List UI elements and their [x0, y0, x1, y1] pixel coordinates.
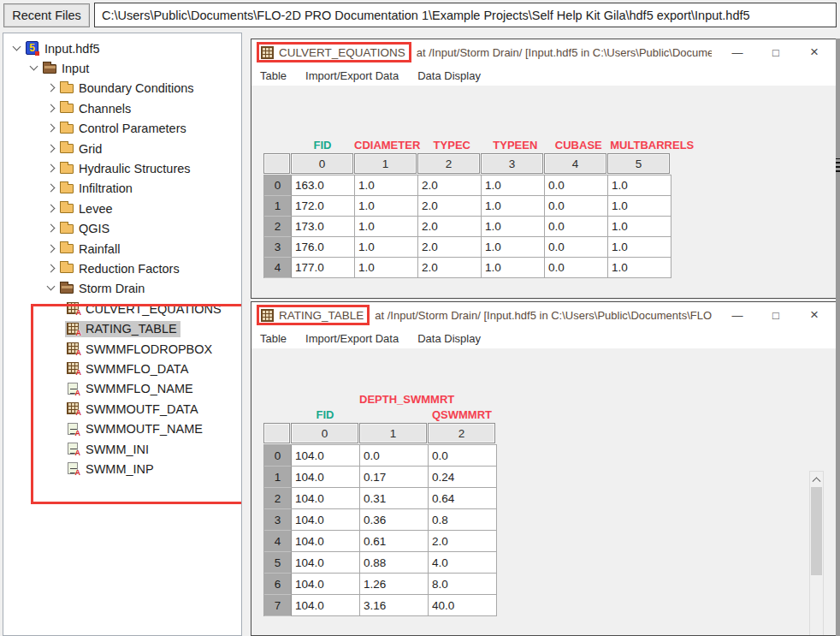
- menu-table[interactable]: Table: [260, 69, 287, 82]
- tree-item[interactable]: Levee: [3, 199, 241, 218]
- row-header-cell[interactable]: 4: [264, 531, 292, 552]
- table-cell[interactable]: 104.0: [292, 595, 360, 616]
- column-header-cell[interactable]: 1: [354, 153, 417, 174]
- table-cell[interactable]: 1.0: [355, 175, 418, 196]
- table-cell[interactable]: 0.0: [545, 258, 608, 278]
- tree-item-content[interactable]: SWMM_INI: [65, 441, 152, 457]
- row-header-cell[interactable]: 0: [264, 445, 292, 467]
- row-header-cell[interactable]: 5: [264, 552, 292, 574]
- chevron-icon[interactable]: [44, 222, 58, 235]
- row-header-cell[interactable]: 3: [264, 237, 292, 258]
- tree-item[interactable]: SWMMFLO_NAME: [3, 379, 241, 399]
- chevron-icon[interactable]: [10, 42, 24, 56]
- row-header-cell[interactable]: 3: [264, 509, 292, 531]
- tree-item-content[interactable]: SWMMFLODROPBOX: [65, 341, 216, 357]
- table-cell[interactable]: 104.0: [292, 467, 360, 488]
- tree-item-content[interactable]: Channels: [58, 100, 134, 116]
- table-cell[interactable]: 0.0: [360, 445, 429, 467]
- file-path-input[interactable]: C:\Users\Public\Documents\FLO-2D PRO Doc…: [94, 3, 837, 27]
- table-cell[interactable]: 104.0: [292, 445, 360, 467]
- menu-import-export-data[interactable]: Import/Export Data: [305, 69, 399, 82]
- chevron-icon[interactable]: [44, 102, 58, 116]
- tree-item-content[interactable]: QGIS: [58, 221, 113, 237]
- tree-item[interactable]: SWMMFLO_DATA: [3, 359, 241, 378]
- tree-item[interactable]: SWMMOUTF_DATA: [3, 399, 241, 419]
- table-cell[interactable]: 1.0: [482, 258, 545, 278]
- tree-item[interactable]: RATING_TABLE: [3, 318, 241, 338]
- culvert-window-titlebar[interactable]: CULVERT_EQUATIONS at /Input/Storm Drain/…: [251, 39, 839, 65]
- tree-item-content[interactable]: Boundary Conditions: [58, 80, 198, 97]
- table-cell[interactable]: 0.36: [360, 509, 429, 531]
- row-header-cell[interactable]: 1: [264, 196, 292, 217]
- row-header-cell[interactable]: 0: [264, 175, 292, 196]
- tree-item[interactable]: CULVERT_EQUATIONS: [3, 299, 241, 318]
- tree-item[interactable]: Storm Drain: [3, 279, 241, 299]
- table-cell[interactable]: 104.0: [292, 509, 360, 531]
- table-cell[interactable]: 0.0: [429, 445, 497, 467]
- table-cell[interactable]: 4.0: [429, 552, 497, 574]
- table-cell[interactable]: 104.0: [292, 574, 360, 595]
- table-cell[interactable]: 2.0: [418, 258, 482, 278]
- tree-item-content[interactable]: Levee: [58, 200, 116, 217]
- row-header-cell[interactable]: 4: [264, 258, 292, 278]
- tree-item-content[interactable]: Control Parameters: [58, 121, 190, 137]
- menu-data-display[interactable]: Data Display: [417, 69, 481, 82]
- chevron-icon[interactable]: [44, 181, 58, 195]
- tree-item[interactable]: Channels: [3, 98, 241, 118]
- tree-item[interactable]: SWMMFLODROPBOX: [3, 339, 241, 359]
- table-cell[interactable]: 2.0: [429, 531, 497, 552]
- table-cell[interactable]: 1.26: [360, 574, 429, 595]
- tree-item[interactable]: SWMMOUTF_NAME: [3, 419, 241, 438]
- close-icon[interactable]: ×: [802, 44, 827, 61]
- column-header-cell[interactable]: 1: [359, 423, 427, 443]
- row-header-cell[interactable]: 1: [264, 467, 292, 488]
- row-header-cell[interactable]: 2: [264, 217, 292, 237]
- tree-item[interactable]: Grid: [3, 139, 241, 158]
- table-cell[interactable]: 173.0: [292, 217, 355, 237]
- tree-item-content[interactable]: SWMMFLO_NAME: [65, 381, 197, 397]
- table-cell[interactable]: 0.61: [360, 531, 429, 552]
- table-cell[interactable]: 1.0: [482, 217, 545, 237]
- close-icon[interactable]: ×: [802, 306, 827, 324]
- table-cell[interactable]: 1.0: [608, 258, 671, 278]
- table-cell[interactable]: 1.0: [608, 237, 671, 258]
- table-cell[interactable]: 0.88: [360, 552, 429, 574]
- tree-item[interactable]: Input.hdf5: [3, 39, 241, 58]
- vertical-scrollbar[interactable]: [809, 471, 824, 636]
- menu-table[interactable]: Table: [260, 332, 287, 345]
- table-cell[interactable]: 0.0: [545, 237, 608, 258]
- corner-header-cell[interactable]: [263, 153, 290, 174]
- table-cell[interactable]: 1.0: [608, 196, 671, 217]
- table-cell[interactable]: 0.0: [545, 217, 608, 237]
- table-cell[interactable]: 0.64: [429, 488, 497, 509]
- chevron-icon[interactable]: [27, 62, 41, 75]
- tree-item[interactable]: SWMM_INI: [3, 439, 241, 459]
- minimize-icon[interactable]: —: [725, 46, 750, 59]
- table-cell[interactable]: 104.0: [292, 552, 360, 574]
- maximize-icon[interactable]: □: [763, 46, 789, 59]
- table-cell[interactable]: 176.0: [292, 237, 355, 258]
- tree-item-content[interactable]: Storm Drain: [58, 281, 148, 297]
- chevron-icon[interactable]: [44, 81, 58, 95]
- chevron-icon[interactable]: [44, 162, 58, 175]
- menu-import-export-data[interactable]: Import/Export Data: [305, 332, 399, 345]
- row-header-cell[interactable]: 7: [264, 595, 292, 616]
- row-header-cell[interactable]: 6: [264, 574, 292, 595]
- tree-item-content[interactable]: SWMMOUTF_NAME: [65, 421, 206, 437]
- table-cell[interactable]: 2.0: [418, 237, 482, 258]
- menu-data-display[interactable]: Data Display: [417, 332, 481, 345]
- tree-item[interactable]: Rainfall: [3, 239, 241, 259]
- minimize-icon[interactable]: —: [725, 309, 750, 322]
- rating-window-titlebar[interactable]: RATING_TABLE at /Input/Storm Drain/ [Inp…: [251, 302, 839, 328]
- tree-item-content[interactable]: SWMM_INP: [65, 461, 157, 477]
- column-header-cell[interactable]: 2: [417, 153, 480, 174]
- table-cell[interactable]: 0.31: [360, 488, 429, 509]
- table-cell[interactable]: 0.0: [545, 196, 608, 217]
- table-cell[interactable]: 3.16: [360, 595, 429, 616]
- maximize-icon[interactable]: □: [763, 309, 789, 322]
- table-cell[interactable]: 2.0: [418, 175, 482, 196]
- scrollbar-thumb[interactable]: [811, 487, 822, 575]
- table-cell[interactable]: 1.0: [355, 217, 418, 237]
- chevron-icon[interactable]: [44, 122, 58, 135]
- column-header-cell[interactable]: 5: [607, 153, 670, 174]
